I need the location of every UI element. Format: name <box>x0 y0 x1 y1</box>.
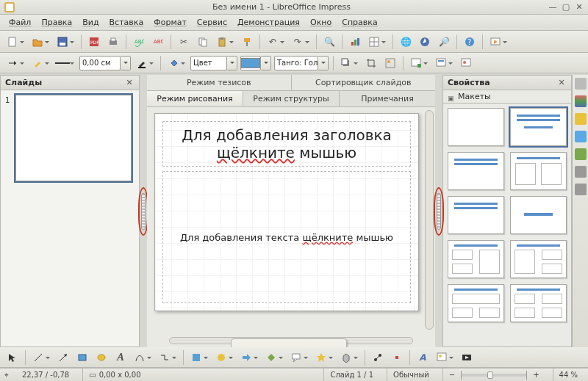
layout-title-content[interactable] <box>510 108 567 146</box>
line-width-stepper[interactable] <box>121 56 131 70</box>
3d-tool[interactable] <box>338 349 354 366</box>
crop-button[interactable] <box>363 55 379 71</box>
shadow-button[interactable] <box>338 55 354 71</box>
title-placeholder[interactable]: Для добавления заголовка щёлкните мышью <box>162 121 411 167</box>
slide-layout-button[interactable] <box>433 55 449 71</box>
right-splitter[interactable] <box>435 75 442 347</box>
symbol-shapes-tool[interactable] <box>213 349 229 366</box>
menu-help[interactable]: Справка <box>337 16 381 29</box>
left-splitter[interactable] <box>140 75 147 347</box>
undo-button[interactable]: ↶ <box>265 34 281 50</box>
layouts-section-header[interactable]: Макеты <box>443 90 571 104</box>
print-button[interactable] <box>105 34 121 50</box>
menu-format[interactable]: Формат <box>149 16 191 29</box>
status-zoom-value[interactable]: 44 % <box>553 369 584 381</box>
callout-tool[interactable] <box>288 349 304 366</box>
table-button[interactable] <box>366 34 382 50</box>
spellcheck-button[interactable]: ABC <box>131 34 147 50</box>
navigator-button[interactable] <box>417 34 433 50</box>
tab-normal[interactable]: Режим рисования <box>147 91 243 106</box>
tab-slide-sorter[interactable]: Сортировщик слайдов <box>292 75 436 90</box>
zoom-knob[interactable] <box>487 371 493 379</box>
status-layout-name[interactable]: Обычный <box>387 369 435 381</box>
tab-notes[interactable]: Примечания <box>340 91 435 106</box>
open-button[interactable] <box>29 34 46 50</box>
zoom-slider[interactable] <box>461 374 527 377</box>
rect-tool[interactable] <box>74 349 90 366</box>
tab-outline[interactable]: Режим структуры <box>243 91 340 106</box>
connector-tool[interactable] <box>157 349 173 366</box>
strip-transition-icon[interactable] <box>575 148 587 160</box>
properties-panel-close-icon[interactable]: ✕ <box>556 78 567 88</box>
menu-tools[interactable]: Сервис <box>193 16 232 29</box>
horizontal-scrollbar[interactable] <box>169 337 413 344</box>
line-width-value[interactable]: 0,00 см <box>79 56 121 70</box>
menu-window[interactable]: Окно <box>306 16 336 29</box>
new-doc-button[interactable] <box>4 34 21 50</box>
stars-tool[interactable] <box>313 349 329 366</box>
strip-navigator-icon[interactable] <box>575 184 587 195</box>
layout-4boxes[interactable] <box>510 284 567 322</box>
layout-content-2x2b[interactable] <box>510 240 567 278</box>
menu-edit[interactable]: Правка <box>37 16 76 29</box>
fill-color-arrow[interactable] <box>261 56 271 70</box>
line-tool[interactable] <box>30 349 46 366</box>
menu-slideshow[interactable]: Демонстрация <box>233 16 304 29</box>
slideshow-button[interactable] <box>487 34 503 50</box>
line-color-button[interactable] <box>134 55 150 71</box>
filter-button[interactable] <box>382 55 398 71</box>
arrow-style-button[interactable] <box>4 55 21 71</box>
minimize-icon[interactable]: — <box>548 3 557 12</box>
select-tool[interactable] <box>4 349 21 366</box>
strip-animation-icon[interactable] <box>575 131 587 142</box>
gradient-combo[interactable]: Танго: Голубой <box>274 56 329 70</box>
strip-gallery-icon[interactable] <box>575 95 587 107</box>
zoom-out-icon[interactable]: − <box>449 371 455 379</box>
ellipse-tool[interactable] <box>93 349 110 366</box>
highlight-button[interactable] <box>29 55 46 71</box>
menu-view[interactable]: Вид <box>78 16 103 29</box>
layout-two-content[interactable] <box>510 152 567 190</box>
fill-bucket-button[interactable] <box>165 55 182 71</box>
vertical-scrollbar[interactable] <box>425 110 434 330</box>
glue-points-tool[interactable] <box>389 349 405 366</box>
flowchart-tool[interactable] <box>263 349 279 366</box>
cut-button[interactable]: ✂ <box>176 34 192 50</box>
gradient-arrow[interactable] <box>318 56 329 70</box>
layout-content-2x2a[interactable] <box>448 240 504 278</box>
chart-button[interactable] <box>347 34 363 50</box>
line-width-field[interactable]: 0,00 см <box>79 56 131 70</box>
format-paint-button[interactable] <box>239 34 255 50</box>
zoom-in-icon[interactable]: + <box>533 371 539 379</box>
help-button[interactable]: ? <box>462 34 478 50</box>
media-tool[interactable] <box>459 349 475 366</box>
hyperlink-button[interactable]: 🌐 <box>398 34 414 50</box>
maximize-icon[interactable]: ▢ <box>562 3 570 12</box>
slides-panel-close-icon[interactable]: ✕ <box>124 78 135 88</box>
canvas-viewport[interactable]: Для добавления заголовка щёлкните мышью … <box>150 110 423 333</box>
slide-thumb-row[interactable]: 1 <box>5 95 135 181</box>
fill-type-combo[interactable]: Цвет <box>190 56 237 70</box>
export-pdf-button[interactable]: PDF <box>86 34 102 50</box>
auto-spellcheck-button[interactable]: ABC <box>150 34 166 50</box>
strip-master-icon[interactable] <box>575 113 587 125</box>
close-icon[interactable]: ✕ <box>575 3 584 12</box>
copy-button[interactable] <box>195 34 211 50</box>
from-file-tool[interactable] <box>434 349 450 366</box>
fill-type-value[interactable]: Цвет <box>190 56 227 70</box>
fill-type-arrow[interactable] <box>227 56 237 70</box>
slide-design-button[interactable] <box>458 55 474 71</box>
strip-properties-icon[interactable] <box>575 78 587 90</box>
points-edit-tool[interactable] <box>370 349 386 366</box>
layout-centered[interactable] <box>510 196 567 234</box>
fill-color-combo[interactable] <box>240 56 271 70</box>
gradient-value[interactable]: Танго: Голубой <box>274 56 318 70</box>
text-tool[interactable]: A <box>112 349 129 366</box>
slide-canvas[interactable]: Для добавления заголовка щёлкните мышью … <box>154 113 419 311</box>
save-button[interactable] <box>54 34 71 50</box>
layout-title-only[interactable] <box>448 152 504 190</box>
curve-tool[interactable] <box>132 349 148 366</box>
menu-file[interactable]: Файл <box>4 16 35 29</box>
hscroll-thumb[interactable] <box>231 338 347 347</box>
arrow-tool[interactable] <box>55 349 71 366</box>
